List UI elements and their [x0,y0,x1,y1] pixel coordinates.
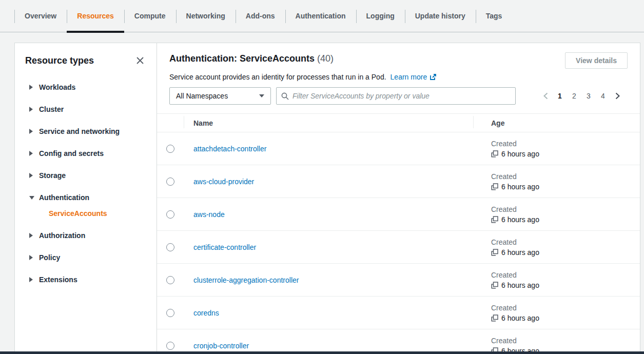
tab-label: Add-ons [246,12,275,20]
caret-icon[interactable] [29,196,39,200]
service-account-link[interactable]: clusterrole-aggregation-controller [193,276,299,284]
caret-icon[interactable] [29,151,39,156]
row-select-radio[interactable] [166,243,174,251]
previous-page-icon[interactable] [538,92,553,100]
age-column-header: Age [473,119,640,127]
caret-icon[interactable] [29,173,39,178]
page-number[interactable]: 3 [581,92,596,100]
tree-item-label: Workloads [39,83,75,91]
tree-item[interactable]: Storage [29,169,146,182]
filter-input[interactable] [292,92,511,100]
age-text: 6 hours ago [501,281,539,289]
age-text: 6 hours ago [501,183,539,191]
caret-icon[interactable] [29,85,39,90]
row-name-cell: aws-cloud-provider [184,178,473,186]
table-row: aws-node Created [157,198,640,231]
main-content: Authentication: ServiceAccounts (40) Vie… [157,43,640,353]
created-label: Created [491,205,640,213]
page-number[interactable]: 2 [567,92,581,100]
copy-icon[interactable] [491,314,498,322]
table-row: aws-cloud-provider Created [157,165,640,198]
caret-icon[interactable] [29,255,39,260]
copy-icon[interactable] [491,282,498,289]
learn-more-link[interactable]: Learn more [391,73,437,81]
tab[interactable]: Resources [67,0,124,32]
caret-icon[interactable] [29,129,39,134]
created-label: Created [491,140,640,148]
caret-icon[interactable] [29,233,39,238]
tree-item[interactable]: Service and networking [29,125,146,137]
tab-label: Networking [186,12,225,20]
tab[interactable]: Tags [476,0,513,32]
row-select-radio[interactable] [166,309,174,317]
next-page-icon[interactable] [610,92,625,100]
page-numbers: 1 2 3 4 [553,92,610,100]
tab[interactable]: Compute [124,0,176,32]
tab-label: Tags [486,12,502,20]
tree-item[interactable]: ServiceAccounts [29,207,146,220]
close-icon[interactable] [134,54,146,67]
page-number[interactable]: 4 [596,92,610,100]
tab[interactable]: Networking [176,0,236,32]
tree-item[interactable]: Authentication [29,191,146,204]
tree-item[interactable]: Extensions [29,273,146,286]
row-name-cell: cronjob-controller [184,342,473,350]
row-name-cell: clusterrole-aggregation-controller [184,276,473,284]
namespace-select-value: All Namespaces [176,92,228,100]
namespace-select[interactable]: All Namespaces [169,87,271,105]
row-select-cell [157,309,184,317]
tree-item[interactable]: Policy [29,251,146,264]
row-select-radio[interactable] [166,210,174,219]
tree-item[interactable]: Config and secrets [29,147,146,160]
service-account-link[interactable]: aws-node [193,210,225,219]
tab-label: Overview [25,12,56,20]
resource-count: (40) [317,53,334,64]
copy-icon[interactable] [491,216,498,223]
page-number[interactable]: 1 [553,92,567,100]
copy-icon[interactable] [491,249,498,256]
service-account-link[interactable]: attachdetach-controller [193,145,266,153]
table-row: coredns Created [157,297,640,329]
sidebar-title: Resource types [25,55,94,66]
tab[interactable]: Logging [356,0,405,32]
tab[interactable]: Update history [405,0,476,32]
tree-item[interactable]: Authorization [29,229,146,242]
row-select-cell [157,178,184,186]
row-age-cell: Created 6 hours ago [473,205,640,224]
page-number-label: 4 [601,92,605,100]
row-select-radio[interactable] [166,178,174,186]
copy-icon[interactable] [491,150,498,158]
resource-types-sidebar: Resource types Workloads Cluster Service… [15,43,157,353]
age-text: 6 hours ago [501,314,539,322]
service-account-link[interactable]: certificate-controller [193,243,256,251]
row-select-radio[interactable] [166,276,174,284]
row-name-cell: coredns [184,309,473,317]
row-age-cell: Created 6 hours ago [473,271,640,289]
service-account-link[interactable]: cronjob-controller [193,342,249,350]
table-row: clusterrole-aggregation-controller Creat… [157,264,640,297]
tab-label: Logging [366,12,395,20]
tab[interactable]: Add-ons [236,0,285,32]
copy-icon[interactable] [491,183,498,190]
main-header: Authentication: ServiceAccounts (40) Vie… [157,43,640,69]
tab[interactable]: Authentication [285,0,356,32]
row-select-radio[interactable] [166,145,174,153]
page-title-text: Authentication: ServiceAccounts [169,53,315,64]
service-account-link[interactable]: aws-cloud-provider [193,178,254,186]
tree-item-label: Service and networking [39,127,120,135]
service-account-link[interactable]: coredns [193,309,219,317]
caret-icon[interactable] [29,277,39,282]
row-select-cell [157,210,184,219]
caret-icon[interactable] [29,107,39,112]
tab[interactable]: Overview [14,0,67,32]
row-select-radio[interactable] [166,342,174,350]
filter-toolbar: All Namespaces [157,81,640,113]
tree-item[interactable]: Cluster [29,103,146,115]
view-details-button[interactable]: View details [565,52,628,69]
sidebar-header: Resource types [25,54,146,67]
row-age-cell: Created 6 hours ago [473,238,640,257]
tree-item[interactable]: Workloads [29,81,146,93]
table-header: Name Age [157,114,640,132]
external-link-icon [430,73,437,81]
table-body: attachdetach-controller Created [157,132,640,354]
